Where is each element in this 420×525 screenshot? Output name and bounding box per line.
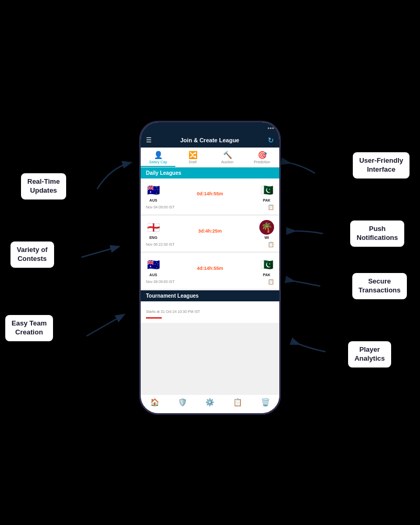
tournament-progress-bar [146,317,162,319]
nav-home[interactable]: 🏠 [150,398,159,411]
team-name-wi: WI [265,236,269,239]
match-action-3[interactable]: 📋 [268,279,274,285]
screen-content[interactable]: Daily Leagues 🇦🇺 AUS 0d:14h:55m [141,167,279,394]
feature-secure: Secure Transactions [352,273,407,299]
match-date-2: Nov 06 22:30 IST [146,243,174,246]
phone-shell: ●●● ☰ Join & Create League ↻ 👤 Salary Ca… [139,121,281,415]
refresh-icon[interactable]: ↻ [268,136,274,144]
match-date-3: Nov 08 09:00 IST [146,280,174,284]
settings-icon: ⚙️ [205,398,214,406]
team-pak-2: 🇵🇰 PAK [259,257,274,277]
match-footer-1: Nov 04 09:00 IST 📋 [146,204,274,210]
tournament-leagues-header: Tournament Leagues [141,290,279,301]
feature-push: Push Notifications [350,220,404,247]
team-aus-1: 🇦🇺 AUS [146,183,161,202]
match-date-1: Nov 04 09:00 IST [146,205,174,209]
flag-aus-1: 🇦🇺 [146,183,161,197]
tab-prediction[interactable]: 🎯 Prediction [245,151,279,167]
home-icon: 🏠 [150,398,159,406]
list-icon: 📋 [233,398,242,406]
match-footer-3: Nov 08 09:00 IST 📋 [146,279,274,285]
timer-2: 3d:4h:25m [198,225,222,235]
scene: Real-Time Updates Variety of Contests Ea… [0,0,420,525]
match-teams-1: 🇦🇺 AUS 0d:14h:55m 🇵🇰 [146,183,274,202]
tab-auction[interactable]: 🔨 Auction [210,151,245,167]
flag-pak-1: 🇵🇰 [259,183,274,197]
feature-real-time: Real-Time Updates [21,173,66,200]
match-teams-2: 🏴󠁧󠁢󠁥󠁮󠁧󠁿 ENG 3d:4h:25m 🌴 [146,220,274,239]
flag-aus-2: 🇦🇺 [146,257,161,272]
match-card-2[interactable]: 🏴󠁧󠁢󠁥󠁮󠁧󠁿 ENG 3d:4h:25m 🌴 [141,216,279,252]
match-footer-2: Nov 06 22:30 IST 📋 [146,242,274,247]
team-wi: 🌴 WI [259,220,274,239]
team-name-aus-1: AUS [150,198,158,202]
tab-prediction-label: Prediction [254,160,270,164]
flag-pak-2: 🇵🇰 [259,257,274,272]
match-card-3[interactable]: 🇦🇺 AUS 4d:14h:55m 🇵🇰 [141,253,279,289]
daily-leagues-header: Daily Leagues [141,167,279,178]
nav-shield[interactable]: 🛡️ [178,398,187,411]
delete-icon: 🗑️ [261,398,270,406]
salary-cap-icon: 👤 [154,151,163,159]
prediction-icon: 🎯 [258,151,267,159]
feature-player: Player Analytics [348,341,391,368]
tab-draft[interactable]: 🔀 Draft [175,151,210,167]
team-pak-1: 🇵🇰 PAK [259,183,274,202]
tab-auction-label: Auction [221,160,233,164]
status-bar: ●●● [141,122,279,133]
tab-salary-cap[interactable]: 👤 Salary Cap [141,151,175,167]
team-eng: 🏴󠁧󠁢󠁥󠁮󠁧󠁿 ENG [146,220,161,239]
auction-icon: 🔨 [223,151,232,159]
team-aus-2: 🇦🇺 AUS [146,257,161,277]
timer-3: 4d:14h:55m [197,262,223,272]
tabs-bar: 👤 Salary Cap 🔀 Draft 🔨 Auction 🎯 Predict… [141,148,279,167]
team-name-eng: ENG [149,236,157,239]
team-name-aus-2: AUS [150,273,158,277]
feature-variety: Variety of Contests [10,242,54,268]
nav-delete[interactable]: 🗑️ [261,398,270,411]
nav-settings[interactable]: ⚙️ [205,398,214,411]
match-action-1[interactable]: 📋 [268,204,274,210]
bottom-nav: 🏠 🛡️ ⚙️ 📋 🗑️ [141,394,279,413]
team-name-pak-1: PAK [263,198,270,202]
match-teams-3: 🇦🇺 AUS 4d:14h:55m 🇵🇰 [146,257,274,277]
nav-list[interactable]: 📋 [233,398,242,411]
phone-screen: ●●● ☰ Join & Create League ↻ 👤 Salary Ca… [141,122,279,413]
phone-wrapper: ●●● ☰ Join & Create League ↻ 👤 Salary Ca… [139,121,281,415]
tab-salary-cap-label: Salary Cap [149,160,167,164]
flag-eng: 🏴󠁧󠁢󠁥󠁮󠁧󠁿 [146,220,161,235]
feature-user-friendly: User-Friendly Interface [353,152,410,178]
tab-draft-label: Draft [188,160,196,164]
flag-wi: 🌴 [259,220,274,235]
feature-easy-team: Easy Team Creation [5,315,53,341]
app-header: ☰ Join & Create League ↻ [141,133,279,148]
team-name-pak-2: PAK [263,273,270,277]
tournament-card[interactable]: Starts at 31 Oct 24 10:30 PM IST [141,301,279,323]
tournament-date: Starts at 31 Oct 24 10:30 PM IST [146,310,200,313]
hamburger-icon[interactable]: ☰ [146,136,152,144]
match-action-2[interactable]: 📋 [268,242,274,247]
draft-icon: 🔀 [188,151,197,159]
shield-icon: 🛡️ [178,398,187,406]
timer-1: 0d:14h:55m [197,188,223,197]
match-card-1[interactable]: 🇦🇺 AUS 0d:14h:55m 🇵🇰 [141,178,279,215]
header-title: Join & Create League [180,137,239,143]
